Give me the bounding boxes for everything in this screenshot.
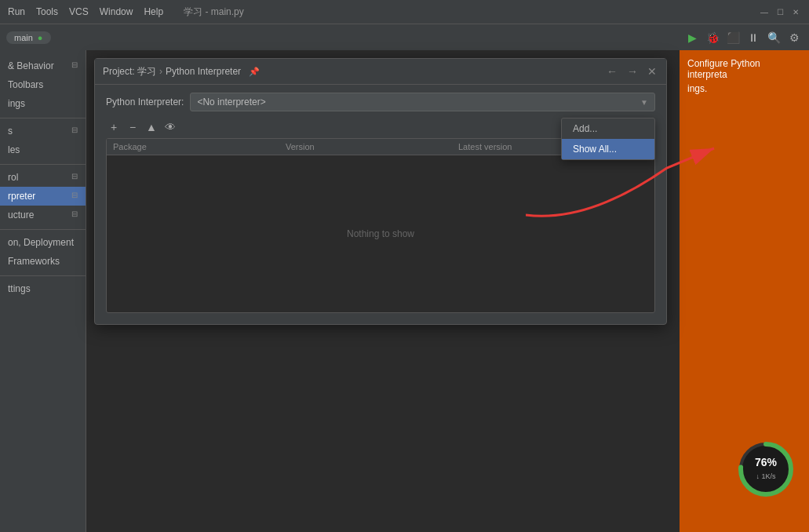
dialog-nav: ← → ✕ (603, 64, 658, 79)
dropdown-arrow-icon: ▼ (640, 98, 648, 107)
col-package-header: Package (113, 142, 286, 151)
breadcrumb-separator: › (159, 66, 162, 77)
sidebar-item-behavior[interactable]: & Behavior ⊟ (0, 56, 86, 75)
nav-arrows: ← → (603, 64, 641, 79)
menu-bar: Run Tools VCS Window Help (8, 6, 163, 17)
toolbar-right: ▶ 🐞 ⬛ ⏸ 🔍 ⚙ (683, 29, 803, 46)
dialog-titlebar: Project: 学习 › Python Interpreter 📌 ← → ✕ (95, 59, 666, 85)
sidebar-item-interpreter[interactable]: rpreter ⊟ (0, 187, 86, 206)
run-tab[interactable]: main ● (6, 31, 51, 44)
dialog-close-button[interactable]: ✕ (646, 65, 658, 78)
minimize-button[interactable]: — (759, 6, 770, 17)
collapse-icon-5: ⊟ (71, 210, 78, 218)
run-button[interactable]: ▶ (683, 29, 701, 46)
interpreter-value: <No interpreter> (197, 97, 265, 107)
title-bar: Run Tools VCS Window Help 学习 - main.py —… (0, 0, 809, 24)
move-up-button[interactable]: ▲ (144, 119, 159, 135)
nav-back-button[interactable]: ← (603, 64, 621, 79)
nav-forward-button[interactable]: → (624, 64, 641, 79)
title-bar-left: Run Tools VCS Window Help 学习 - main.py (8, 5, 244, 19)
menu-tools[interactable]: Tools (36, 6, 58, 17)
pause-icon[interactable]: ⏸ (745, 29, 762, 46)
main-toolbar: main ● ▶ 🐞 ⬛ ⏸ 🔍 ⚙ (0, 24, 809, 50)
progress-circle: 76% ↓ 1K/s (734, 438, 797, 501)
sidebar-item-ttings[interactable]: ttings (0, 279, 86, 298)
content-area: Configure Python interpreta ings. Projec… (86, 50, 809, 532)
remove-package-button[interactable]: − (125, 119, 140, 135)
breadcrumb-page: Python Interpreter (166, 66, 241, 77)
sidebar: & Behavior ⊟ Toolbars ings s ⊟ les rol ⊟… (0, 50, 86, 532)
interpreter-label: Python Interpreter: (106, 97, 184, 107)
sidebar-item-rol[interactable]: rol ⊟ (0, 168, 86, 187)
dialog-overlay: Project: 学习 › Python Interpreter 📌 ← → ✕ (86, 50, 809, 532)
menu-window[interactable]: Window (100, 6, 133, 17)
sidebar-section-4: ttings (0, 275, 86, 298)
dialog-breadcrumb: Project: 学习 › Python Interpreter 📌 (103, 65, 260, 78)
menu-vcs[interactable]: VCS (69, 6, 89, 17)
menu-run[interactable]: Run (8, 6, 25, 17)
breadcrumb-project: Project: 学习 (103, 65, 156, 78)
package-table: Package Version Latest version Nothing t… (106, 138, 655, 313)
run-indicator: ● (38, 33, 43, 42)
col-version-header: Version (286, 142, 458, 151)
dialog-pin-icon: 📌 (249, 67, 260, 77)
window-title: 学习 - main.py (184, 5, 244, 19)
main-layout: & Behavior ⊟ Toolbars ings s ⊟ les rol ⊟… (0, 50, 809, 532)
sidebar-item-les[interactable]: les (0, 140, 86, 159)
collapse-icon-4: ⊟ (71, 191, 78, 199)
debug-icon[interactable]: 🐞 (704, 29, 721, 46)
dropdown-show-all[interactable]: Show All... (562, 139, 654, 159)
sidebar-item-ings[interactable]: ings (0, 94, 86, 113)
interpreter-dropdown[interactable]: <No interpreter> ▼ (190, 93, 655, 111)
sidebar-item-ucture[interactable]: ucture ⊟ (0, 206, 86, 224)
window-controls: — ☐ ✕ (759, 6, 801, 17)
svg-text:76%: 76% (755, 456, 778, 468)
search-icon[interactable]: 🔍 (765, 29, 782, 46)
interpreter-select-wrapper: <No interpreter> ▼ Add... Show All... (190, 93, 655, 111)
sidebar-section-2: rol ⊟ rpreter ⊟ ucture ⊟ (0, 164, 86, 224)
eye-button[interactable]: 👁 (162, 119, 178, 135)
collapse-icon-3: ⊟ (71, 172, 78, 180)
sidebar-item-deployment[interactable]: on, Deployment (0, 233, 86, 252)
collapse-icon-2: ⊟ (71, 126, 78, 134)
stop-icon[interactable]: ⬛ (724, 29, 742, 46)
svg-text:↓ 1K/s: ↓ 1K/s (756, 472, 776, 480)
close-button[interactable]: ✕ (790, 6, 801, 17)
dropdown-menu: Add... Show All... (561, 118, 655, 160)
settings-icon[interactable]: ⚙ (785, 29, 803, 46)
tab-label: main (14, 33, 33, 42)
empty-message: Nothing to show (347, 228, 414, 239)
maximize-button[interactable]: ☐ (774, 6, 785, 17)
toolbar-left: main ● (6, 31, 51, 44)
interpreter-row: Python Interpreter: <No interpreter> ▼ A… (95, 85, 666, 119)
sidebar-section-1: s ⊟ les (0, 118, 86, 159)
sidebar-item-toolbars[interactable]: Toolbars (0, 75, 86, 94)
sidebar-item-s[interactable]: s ⊟ (0, 122, 86, 140)
menu-help[interactable]: Help (144, 6, 163, 17)
collapse-icon: ⊟ (71, 60, 78, 69)
dialog-window: Project: 学习 › Python Interpreter 📌 ← → ✕ (94, 58, 667, 325)
sidebar-section-3: on, Deployment Frameworks (0, 229, 86, 271)
add-package-button[interactable]: + (106, 119, 122, 135)
dropdown-add[interactable]: Add... (562, 118, 654, 139)
sidebar-item-frameworks[interactable]: Frameworks (0, 252, 86, 271)
table-body: Nothing to show (107, 155, 654, 312)
